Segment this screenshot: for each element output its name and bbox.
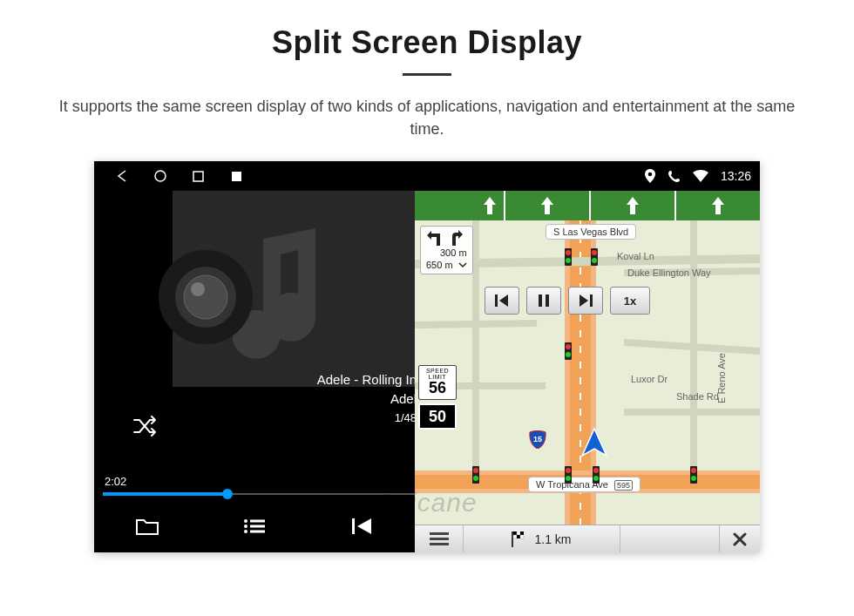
traffic-light-icon	[565, 248, 572, 266]
street-luxor: Luxor Dr	[631, 374, 668, 384]
lane-arrow-3	[591, 191, 676, 220]
sim-speed-button[interactable]: 1x	[610, 287, 650, 315]
speed-limit-value: 56	[419, 380, 456, 397]
progress-bar[interactable]	[103, 493, 415, 495]
checkered-flag-icon	[512, 531, 527, 547]
back-icon[interactable]	[115, 169, 129, 183]
sim-playback-controls: 1x	[485, 287, 650, 315]
sim-pause-button[interactable]	[526, 287, 561, 315]
svg-text:15: 15	[533, 435, 542, 443]
route-badge: 595	[614, 480, 633, 491]
traffic-light-icon	[565, 342, 572, 360]
clock-text: 13:26	[721, 169, 751, 183]
svg-rect-10	[250, 520, 265, 523]
traffic-light-icon	[472, 466, 479, 484]
svg-point-11	[244, 525, 247, 528]
traffic-light-icon	[565, 466, 572, 484]
recent-apps-icon[interactable]	[192, 170, 205, 183]
progress-area: 2:02	[103, 475, 415, 495]
svg-rect-1	[193, 172, 203, 181]
interstate-shield-icon: 15	[528, 430, 547, 449]
street-shade: Shade Rd	[676, 391, 719, 402]
svg-point-9	[244, 519, 247, 523]
svg-rect-36	[513, 535, 517, 538]
svg-rect-2	[232, 172, 241, 181]
traffic-light-icon	[591, 248, 598, 266]
device-frame: 13:26	[94, 161, 760, 552]
turn-instruction-box: 300 m 650 m	[420, 226, 473, 274]
traffic-light-icon	[690, 466, 697, 484]
app-tile-icon[interactable]	[231, 171, 242, 182]
map-close-button[interactable]	[720, 525, 760, 552]
playlist-button[interactable]	[201, 500, 308, 552]
player-bottom-bar	[94, 500, 415, 552]
svg-rect-38	[520, 535, 524, 538]
status-bar: 13:26	[94, 161, 760, 191]
footer-spacer	[620, 525, 720, 552]
svg-rect-14	[250, 531, 265, 533]
turn-left-icon	[426, 230, 444, 246]
sim-prev-button[interactable]	[485, 287, 519, 315]
turn2-distance: 650 m	[426, 260, 453, 270]
joystick-control[interactable]	[157, 248, 254, 349]
svg-rect-29	[430, 532, 449, 535]
svg-rect-15	[352, 518, 355, 534]
svg-point-13	[244, 530, 247, 533]
traffic-light-icon	[593, 466, 600, 484]
map-canvas[interactable]: 15 S Las Vegas Blvd W Tropicana Ave 595 …	[415, 220, 760, 525]
chevron-down-icon	[458, 261, 467, 269]
svg-rect-30	[430, 538, 449, 540]
street-label-bottom: W Tropicana Ave 595	[528, 477, 640, 492]
distance-to-destination: 1.1 km	[464, 525, 620, 552]
svg-point-3	[648, 173, 653, 177]
street-label-top: S Las Vegas Blvd	[546, 224, 636, 240]
navigation-pane: 15 S Las Vegas Blvd W Tropicana Ave 595 …	[415, 191, 760, 552]
svg-rect-12	[250, 525, 265, 528]
svg-rect-33	[513, 531, 517, 535]
svg-rect-26	[539, 294, 542, 307]
svg-point-0	[155, 171, 166, 181]
distance-value: 1.1 km	[534, 532, 571, 546]
svg-rect-25	[495, 294, 498, 307]
svg-rect-34	[517, 531, 520, 535]
track-title: Adele - Rolling In	[317, 370, 417, 389]
sim-next-button[interactable]	[568, 287, 603, 315]
current-speed: 50	[418, 403, 457, 430]
location-pin-icon	[645, 169, 655, 183]
phone-icon	[668, 170, 681, 183]
svg-rect-31	[430, 543, 449, 545]
turn-right-small-icon	[449, 230, 463, 246]
lane-arrow-1	[415, 191, 505, 220]
wifi-icon	[693, 170, 708, 182]
page-title: Split Screen Display	[0, 0, 854, 61]
track-artist: Adel	[317, 389, 417, 409]
title-underline	[403, 73, 451, 76]
speed-limit-label: SPEED LIMIT	[419, 368, 456, 380]
folder-button[interactable]	[94, 500, 201, 552]
track-number: 1/48	[317, 410, 417, 427]
elapsed-time: 2:02	[103, 475, 415, 488]
shuffle-button[interactable]	[132, 416, 159, 440]
lane-arrow-2	[505, 191, 591, 220]
svg-rect-28	[590, 294, 593, 307]
turn1-distance: 300 m	[440, 247, 467, 258]
track-info: Adele - Rolling In Adel 1/48	[317, 370, 417, 426]
svg-point-8	[191, 282, 205, 296]
speed-limit-sign: SPEED LIMIT 56	[418, 365, 457, 400]
map-menu-button[interactable]	[415, 525, 464, 552]
svg-rect-27	[546, 294, 549, 307]
map-footer: 1.1 km	[415, 525, 760, 552]
street-duke: Duke Ellington Way	[627, 267, 711, 278]
svg-rect-32	[512, 531, 513, 547]
lane-arrow-4	[676, 191, 760, 220]
previous-track-button[interactable]	[308, 500, 415, 552]
svg-rect-35	[520, 531, 524, 535]
music-player-pane: Adele - Rolling In Adel 1/48 2:02	[94, 191, 415, 552]
page-subtitle: It supports the same screen display of t…	[44, 95, 810, 140]
street-reno: E Reno Ave	[716, 353, 727, 403]
home-icon[interactable]	[153, 169, 167, 183]
lane-guidance-bar	[415, 191, 760, 220]
svg-rect-37	[517, 535, 520, 538]
street-koval: Koval Ln	[617, 251, 654, 261]
vehicle-position-icon	[577, 426, 612, 464]
